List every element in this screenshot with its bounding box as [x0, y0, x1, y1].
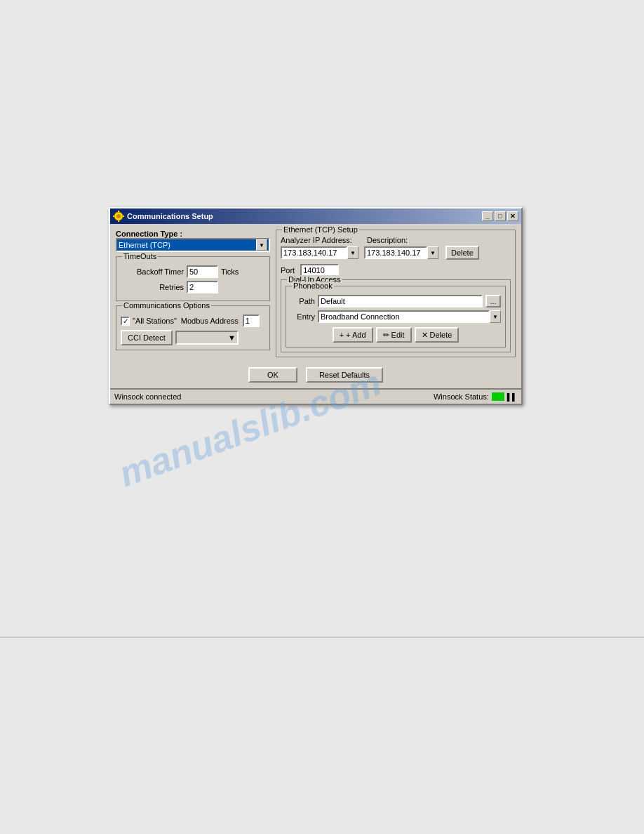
description-dropdown-arrow[interactable]: ▼ [427, 246, 438, 259]
bottom-buttons: OK Reset Defaults [116, 367, 516, 383]
comms-options-group: Communications Options ✓ "All Stations" … [116, 305, 270, 350]
left-panel: Connection Type : Ethernet (TCP) ▼ TimeO… [116, 230, 270, 357]
delete-pb-icon: ✕ [422, 331, 428, 340]
dialog-title: Communications Setup [127, 212, 482, 220]
port-label: Port [281, 266, 295, 274]
reset-defaults-button[interactable]: Reset Defaults [306, 367, 383, 383]
path-row: Path ... [290, 295, 501, 307]
connection-type-select[interactable]: Ethernet (TCP) ▼ [116, 238, 270, 252]
right-panel: Ethernet (TCP) Setup Analyzer IP Address… [276, 230, 516, 357]
ip-desc-labels-row: Analyzer IP Address: Description: [281, 236, 511, 244]
description-label: Description: [367, 236, 408, 244]
edit-icon: ✏ [383, 331, 389, 340]
ip-address-input[interactable] [281, 246, 347, 259]
retries-label: Retries [121, 283, 184, 291]
ip-input-group: ▼ [281, 246, 358, 259]
cci-row: CCI Detect ▼ [121, 330, 265, 345]
entry-label: Entry [290, 312, 315, 321]
entry-dropdown-arrow[interactable]: ▼ [490, 310, 501, 323]
communications-setup-dialog: Communications Setup _ □ ✕ Connection Ty… [109, 207, 523, 405]
retries-row: Retries [121, 281, 265, 293]
entry-row: Entry ▼ [290, 310, 501, 323]
retries-input[interactable] [187, 281, 218, 293]
analyzer-ip-label: Analyzer IP Address: [281, 236, 361, 244]
timeouts-group-label: TimeOuts [122, 252, 158, 260]
cci-detect-dropdown[interactable]: ▼ [175, 331, 239, 345]
connection-type-arrow[interactable]: ▼ [256, 239, 267, 251]
all-stations-checkbox[interactable]: ✓ [121, 317, 130, 326]
comms-options-label: Communications Options [122, 301, 211, 310]
add-button[interactable]: + + Add [333, 327, 373, 343]
phonebook-group: Phonebook Path ... Entry [286, 286, 506, 348]
modbus-address-input[interactable] [243, 315, 260, 327]
dialog-content: Connection Type : Ethernet (TCP) ▼ TimeO… [110, 224, 521, 388]
close-button[interactable]: ✕ [507, 211, 518, 221]
svg-point-1 [116, 214, 121, 218]
description-input-group: ▼ [364, 246, 438, 259]
path-input[interactable] [318, 295, 483, 307]
dialup-group: Dial-Up Access Phonebook Path ... [281, 279, 511, 352]
edit-label: Edit [391, 331, 405, 339]
backoff-timer-label: Backoff Timer [121, 267, 184, 276]
modbus-address-label: Modbus Address [181, 317, 239, 325]
main-row: Connection Type : Ethernet (TCP) ▼ TimeO… [116, 230, 516, 357]
connection-type-value: Ethernet (TCP) [119, 241, 256, 249]
all-stations-row: ✓ "All Stations" Modbus Address [121, 315, 265, 327]
bottom-divider [0, 637, 644, 637]
dialog-icon [113, 211, 124, 222]
signal-bars-icon: ▌▌ [507, 393, 517, 401]
ip-dropdown-arrow[interactable]: ▼ [347, 246, 358, 259]
status-right: Winsock Status: ▌▌ [434, 392, 517, 401]
connection-type-section: Connection Type : Ethernet (TCP) ▼ [116, 230, 270, 252]
phonebook-group-label: Phonebook [292, 282, 334, 290]
winsock-status-label: Winsock Status: [434, 392, 489, 401]
minimize-button[interactable]: _ [482, 211, 493, 221]
browse-button[interactable]: ... [485, 295, 501, 307]
backoff-timer-unit: Ticks [221, 267, 239, 276]
ok-button[interactable]: OK [248, 367, 297, 383]
backoff-timer-input[interactable] [187, 265, 218, 278]
status-bar: Winsock connected Winsock Status: ▌▌ [110, 388, 521, 404]
delete-pb-label: Delete [430, 331, 452, 339]
title-bar-buttons: _ □ ✕ [482, 211, 518, 221]
phonebook-buttons: + + Add ✏ Edit ✕ Delet [290, 327, 501, 343]
maximize-button[interactable]: □ [495, 211, 506, 221]
add-icon: + [340, 331, 344, 339]
status-left-text: Winsock connected [114, 392, 181, 401]
backoff-timer-row: Backoff Timer Ticks [121, 265, 265, 278]
entry-input-group: ▼ [318, 310, 501, 323]
timeouts-group: TimeOuts Backoff Timer Ticks Retries [116, 256, 270, 301]
title-bar: Communications Setup _ □ ✕ [110, 208, 521, 224]
delete-pb-button[interactable]: ✕ Delete [415, 327, 459, 343]
cci-detect-button[interactable]: CCI Detect [121, 330, 173, 345]
add-label: + Add [346, 331, 365, 339]
all-stations-label: "All Stations" [133, 317, 177, 325]
description-input[interactable] [364, 246, 427, 259]
ethernet-group-label: Ethernet (TCP) Setup [282, 225, 359, 234]
winsock-status-indicator [492, 392, 504, 401]
path-label: Path [290, 297, 315, 305]
page-background: manualslib.com Communications Setup _ □ [0, 0, 644, 834]
ip-description-row: ▼ ▼ Delete [281, 246, 511, 260]
cci-dropdown-arrow-icon: ▼ [228, 333, 236, 342]
ip-delete-button[interactable]: Delete [445, 246, 479, 260]
connection-type-label: Connection Type : [116, 230, 270, 238]
entry-input[interactable] [318, 310, 490, 323]
ethernet-tcp-group: Ethernet (TCP) Setup Analyzer IP Address… [276, 230, 516, 357]
edit-button[interactable]: ✏ Edit [376, 327, 412, 343]
